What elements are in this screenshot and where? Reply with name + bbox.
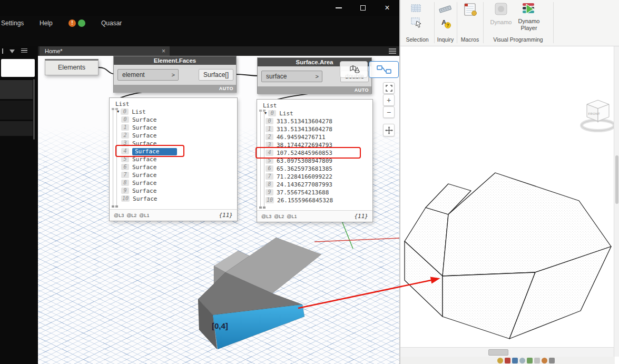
view-control-icon[interactable] [534,358,540,363]
horizontal-scrollbar[interactable] [400,347,615,357]
close-button[interactable]: × [375,0,399,16]
list-item[interactable]: 1Surface [110,124,237,132]
view-control-icon[interactable] [497,358,503,363]
view-control-icon[interactable] [505,358,510,363]
list-level-button[interactable]: @L3 [261,214,271,219]
list-item[interactable]: 771.2284166099222 [257,173,372,181]
list-level-button[interactable]: @L2 [126,213,136,218]
list-item[interactable]: 6Surface [110,163,237,171]
view-control-icon[interactable] [527,358,533,363]
tab-home[interactable]: Home* × [40,46,170,56]
screen: × Settings Help ! Quasar Home* × [0,0,619,364]
lacing-label[interactable]: AUTO [355,87,369,93]
list-item-index: 0 [266,118,273,124]
library-filter-icon[interactable] [9,50,15,53]
list-child-row[interactable]: ▼0List [257,110,372,117]
minimize-button[interactable] [327,0,351,16]
dynamo-player-button[interactable] [522,2,536,18]
viewcube[interactable]: FRONT [582,100,614,131]
list-scroll-slider[interactable] [116,110,117,206]
library-scrollbar[interactable] [33,79,35,140]
list-item-index: 8 [266,181,273,188]
preview-bubble-areas[interactable]: List ▼0List 0313.513413604278 1313.51341… [257,99,373,222]
y-axis-line [341,219,353,249]
list-item-index: 6 [266,165,273,172]
list-level-button[interactable]: @L2 [274,214,284,219]
notification-warning-icon[interactable]: ! [68,19,76,27]
ruler-icon [438,3,452,15]
dynamo-player-label-1[interactable]: Dynamo [515,18,543,24]
preview-bubble-surfaces[interactable]: List ▼0List 0Surface 1Surface [109,97,238,221]
list-level-button[interactable]: @L3 [114,213,124,218]
select-elements-button[interactable] [410,16,424,31]
graph-canvas[interactable]: Elements Element.Faces element > Surface… [38,56,399,364]
view-control-icon[interactable] [512,358,518,363]
list-item[interactable]: 0313.513413604278 [257,117,372,125]
list-child-row[interactable]: ▼0List [110,108,237,116]
list-level-button[interactable]: @L1 [287,214,297,219]
list-count: {11} [219,212,233,219]
output-port-surfaces[interactable]: Surface[] [199,69,233,81]
menu-item-help[interactable]: Help [40,16,53,31]
list-item[interactable]: 1313.513413604278 [257,125,372,133]
library-pin-icon[interactable] [2,48,3,54]
lacing-label[interactable]: AUTO [219,86,233,91]
zoom-out-button[interactable]: − [383,106,395,118]
list-item[interactable]: 1026.1555966845328 [257,196,372,204]
input-port-element[interactable]: element > [117,69,179,81]
dynamo-player-label-2[interactable]: Player [515,25,543,31]
list-item[interactable]: 665.3625973681385 [257,165,372,173]
list-scroll-slider[interactable] [260,111,261,207]
menu-item-quasar[interactable]: Quasar [101,16,122,31]
menu-item-settings[interactable]: Settings [1,16,24,31]
library-search-box[interactable] [1,59,35,77]
geometry-preview-mass [198,238,321,349]
list-item[interactable]: 937.556754213688 [257,189,372,196]
zoom-fit-button[interactable] [383,82,395,94]
list-item[interactable]: 8Surface [110,179,237,187]
list-item[interactable]: 2Surface [110,132,237,140]
list-item-index: 2 [121,132,129,139]
maximize-button[interactable] [351,0,375,16]
list-item[interactable]: 0Surface [110,116,237,124]
dynamo-button[interactable] [494,2,508,18]
library-item[interactable] [0,80,33,99]
list-scroll-slider[interactable] [113,110,113,206]
node-title[interactable]: Element.Faces [114,56,236,65]
view-control-icon[interactable] [542,358,547,363]
library-item[interactable] [0,101,33,120]
macro-manager-button[interactable] [463,2,478,19]
view-control-icon[interactable] [549,358,555,363]
list-item[interactable]: 9Surface [110,187,237,195]
node-element-faces[interactable]: Element.Faces element > Surface[] AUTO [113,56,237,93]
vertical-scrollbar[interactable] [614,46,619,357]
zoom-in-button[interactable]: + [383,94,395,106]
tab-menu-icon[interactable] [389,48,396,54]
tab-close-icon[interactable]: × [162,46,165,56]
list-scroll-slider[interactable] [264,111,264,207]
select-tool-button[interactable] [410,3,424,17]
list-item[interactable]: 7Surface [110,171,237,179]
geometry-view-toggle-button[interactable] [340,61,368,78]
list-item[interactable]: 10Surface [110,195,237,203]
list-level-button[interactable]: @L1 [139,213,149,218]
notification-ok-icon[interactable] [78,19,85,27]
list-item-index: 2 [266,134,273,140]
node-elements[interactable]: Elements [45,59,99,75]
input-port-surface[interactable]: surface > [261,71,322,82]
measure-button[interactable] [438,3,452,17]
view-control-icon[interactable] [519,358,525,363]
list-item[interactable]: 246.94594276711 [257,133,372,141]
graph-view-toggle-button[interactable] [369,61,399,78]
hscroll-thumb[interactable] [488,349,508,356]
library-item[interactable] [0,121,33,136]
expand-arrow-icon[interactable]: ▼ [117,110,119,114]
dynamo-button-label[interactable]: Dynamo [488,19,514,25]
expand-arrow-icon[interactable]: ▼ [264,111,267,115]
list-item[interactable]: 824.1436277087993 [257,181,372,189]
library-list-icon[interactable] [21,48,27,54]
element-id-button[interactable]: A ? [438,16,452,32]
pan-button[interactable] [383,124,395,136]
vscroll-thumb[interactable] [615,155,618,204]
list-item-index: 7 [121,172,129,178]
